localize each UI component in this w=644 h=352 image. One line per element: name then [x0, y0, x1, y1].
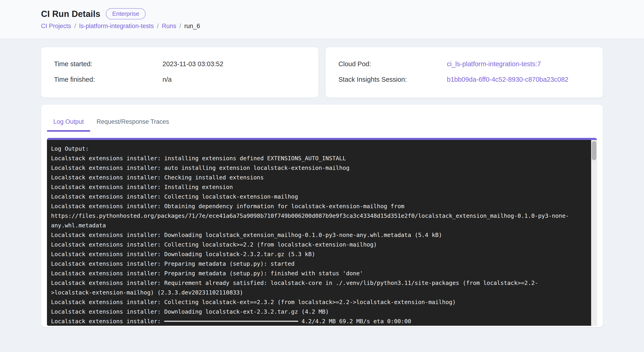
summary-cards-row: Time started: 2023-11-03 03:03:52 Time f… — [41, 47, 603, 98]
log-scrollbar-track[interactable] — [591, 140, 597, 326]
page-header: CI Run Details Enterprise CI Projects/ls… — [0, 0, 644, 39]
time-finished-value: n/a — [162, 75, 306, 84]
tab-log-output[interactable]: Log Output — [47, 112, 90, 132]
breadcrumb-link[interactable]: CI Projects — [41, 22, 71, 30]
time-finished-label: Time finished: — [54, 75, 162, 84]
enterprise-badge: Enterprise — [106, 8, 146, 20]
time-started-label: Time started: — [54, 59, 162, 69]
breadcrumb-separator: / — [157, 22, 159, 30]
log-scrollbar-thumb[interactable] — [592, 141, 596, 160]
breadcrumb-link[interactable]: ls-platform-integration-tests — [79, 22, 154, 30]
tab-bar: Log Output Request/Response Traces — [47, 105, 597, 132]
breadcrumb-link[interactable]: Runs — [162, 22, 176, 30]
run-output-card: Log Output Request/Response Traces Log O… — [41, 105, 603, 327]
stack-insights-session-row: Stack Insights Session: b1bb09da-6ff0-4c… — [338, 75, 590, 84]
run-links-card: Cloud Pod: ci_ls-platform-integration-te… — [326, 47, 603, 98]
breadcrumb: CI Projects/ls-platform-integration-test… — [41, 22, 603, 30]
time-finished-row: Time finished: n/a — [54, 75, 306, 84]
breadcrumb-current: run_6 — [184, 22, 200, 30]
run-links-rows: Cloud Pod: ci_ls-platform-integration-te… — [338, 59, 590, 84]
time-started-row: Time started: 2023-11-03 03:03:52 — [54, 59, 306, 69]
page-title: CI Run Details — [41, 9, 100, 19]
log-output-text[interactable]: Log Output: Localstack extensions instal… — [47, 140, 597, 326]
tab-request-response-traces[interactable]: Request/Response Traces — [90, 112, 176, 132]
cloud-pod-label: Cloud Pod: — [338, 59, 447, 69]
run-times-card: Time started: 2023-11-03 03:03:52 Time f… — [41, 47, 318, 98]
terminal-top-accent-bar — [47, 138, 597, 140]
run-times-rows: Time started: 2023-11-03 03:03:52 Time f… — [54, 59, 306, 84]
breadcrumb-separator: / — [179, 22, 181, 30]
stack-insights-session-label: Stack Insights Session: — [338, 75, 447, 84]
stack-insights-session-link[interactable]: b1bb09da-6ff0-4c52-8930-c870ba23c082 — [447, 75, 590, 84]
breadcrumb-separator: / — [74, 22, 76, 30]
cloud-pod-link[interactable]: ci_ls-platform-integration-tests:7 — [447, 59, 590, 69]
title-row: CI Run Details Enterprise — [41, 8, 603, 20]
log-terminal: Log Output: Localstack extensions instal… — [47, 138, 597, 326]
cloud-pod-row: Cloud Pod: ci_ls-platform-integration-te… — [338, 59, 590, 69]
time-started-value: 2023-11-03 03:03:52 — [162, 59, 306, 69]
